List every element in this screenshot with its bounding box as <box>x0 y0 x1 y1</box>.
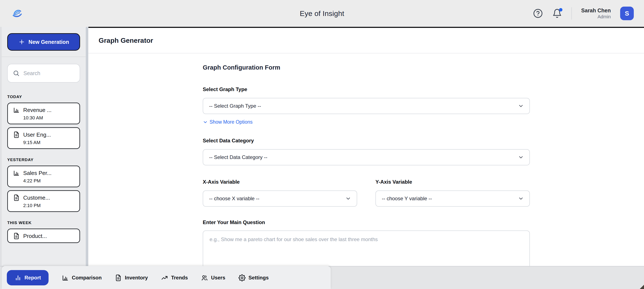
users-icon <box>201 274 208 281</box>
data-category-value: -- Select Data Category -- <box>209 154 267 160</box>
main-top-border <box>88 27 644 28</box>
file-text-icon <box>13 131 20 138</box>
history-item-time: 2:10 PM <box>23 203 75 208</box>
y-axis-select[interactable]: -- choose Y variable -- <box>376 191 530 207</box>
chevron-down-icon <box>203 120 208 125</box>
x-axis-column: X-Axis Variable -- choose X variable -- <box>203 179 357 207</box>
sidebar-divider <box>2 57 86 57</box>
file-text-icon <box>115 274 122 281</box>
bar-chart-icon <box>13 170 20 176</box>
file-text-icon <box>13 194 20 201</box>
data-category-select[interactable]: -- Select Data Category -- <box>203 149 530 165</box>
chevron-down-icon <box>518 154 524 160</box>
history-item-time: 9:15 AM <box>23 140 75 145</box>
search-box[interactable] <box>7 64 80 83</box>
help-icon[interactable] <box>533 8 543 18</box>
nav-label: Settings <box>248 275 269 281</box>
nav-item-inventory[interactable]: Inventory <box>115 274 148 281</box>
history-item-title: User Eng... <box>23 132 51 138</box>
user-block: Sarah Chen Admin <box>581 7 611 20</box>
nav-label: Comparison <box>72 275 102 281</box>
chevron-down-icon <box>518 196 524 202</box>
history-item-customer[interactable]: Custome... 2:10 PM <box>7 190 80 212</box>
show-more-options-label: Show More Options <box>210 119 252 125</box>
nav-item-report[interactable]: Report <box>7 270 48 286</box>
new-generation-label: New Generation <box>28 39 69 45</box>
x-axis-label: X-Axis Variable <box>203 179 357 185</box>
resize-grip[interactable] <box>640 285 644 289</box>
user-role: Admin <box>581 14 611 20</box>
nav-label: Trends <box>171 275 188 281</box>
chevron-down-icon <box>518 103 524 109</box>
search-icon <box>13 70 20 77</box>
x-axis-select[interactable]: -- choose X variable -- <box>203 191 357 207</box>
nav-item-users[interactable]: Users <box>201 274 225 281</box>
sidebar-scrollbar[interactable] <box>86 27 88 289</box>
axis-variables-row: X-Axis Variable -- choose X variable -- … <box>203 179 530 207</box>
notifications-bell-icon[interactable] <box>552 8 562 18</box>
main-question-label: Enter Your Main Question <box>203 219 530 225</box>
bar-chart-icon <box>62 274 69 281</box>
graph-configuration-form: Graph Configuration Form Select Graph Ty… <box>203 28 530 289</box>
notification-dot <box>559 8 562 11</box>
file-text-icon <box>13 233 20 239</box>
history-item-time: 10:30 AM <box>23 115 75 121</box>
header-actions: Sarah Chen Admin S <box>533 0 634 27</box>
settings-gear-icon <box>238 274 246 281</box>
sidebar: New Generation TODAY Revenue ... 10:30 A… <box>0 27 88 289</box>
nav-label: Report <box>24 275 41 281</box>
history-item-title: Product... <box>23 233 47 239</box>
bar-chart-icon <box>13 107 20 113</box>
history-item-user-engagement[interactable]: User Eng... 9:15 AM <box>7 127 80 149</box>
history-item-product[interactable]: Product... <box>7 229 80 243</box>
nav-item-settings[interactable]: Settings <box>238 274 269 281</box>
section-label-yesterday: YESTERDAY <box>7 157 80 162</box>
x-axis-value: -- choose X variable -- <box>209 196 260 202</box>
new-generation-button[interactable]: New Generation <box>7 33 80 51</box>
user-name: Sarah Chen <box>581 7 611 14</box>
search-input[interactable] <box>24 70 88 76</box>
sidebar-scrollbar-thumb[interactable] <box>86 27 88 289</box>
top-header: Eye of Insight Sarah Chen Admin S <box>0 0 644 27</box>
history-item-title: Custome... <box>23 195 50 201</box>
graph-type-select[interactable]: -- Select Graph Type -- <box>203 98 530 114</box>
history-item-revenue[interactable]: Revenue ... 10:30 AM <box>7 103 80 124</box>
history-item-title: Revenue ... <box>23 107 52 113</box>
y-axis-label: Y-Axis Variable <box>376 179 530 185</box>
bottom-nav-bar: Report Comparison Inventory Trends <box>2 266 331 289</box>
graph-type-value: -- Select Graph Type -- <box>209 103 261 109</box>
graph-type-label: Select Graph Type <box>203 86 530 92</box>
data-category-label: Select Data Category <box>203 138 530 144</box>
chevron-down-icon <box>345 196 351 202</box>
plus-icon <box>18 38 25 45</box>
nav-label: Inventory <box>125 275 148 281</box>
page-title: Graph Generator <box>98 37 153 44</box>
section-label-this-week: THIS WEEK <box>7 221 80 225</box>
bar-chart-icon <box>14 274 22 281</box>
trending-up-icon <box>161 274 168 281</box>
nav-item-comparison[interactable]: Comparison <box>62 274 102 281</box>
main-content: Graph Generator Graph Configuration Form… <box>88 28 644 289</box>
show-more-options-link[interactable]: Show More Options <box>203 119 252 125</box>
y-axis-column: Y-Axis Variable -- choose Y variable -- <box>376 179 530 207</box>
bottom-strip: Report Comparison Inventory Trends <box>0 266 644 289</box>
history-item-time: 4:22 PM <box>23 178 75 184</box>
avatar[interactable]: S <box>620 6 634 20</box>
history-item-title: Sales Per... <box>23 170 52 176</box>
section-label-today: TODAY <box>7 94 80 99</box>
y-axis-value: -- choose Y variable -- <box>382 196 432 202</box>
history-item-sales-performance[interactable]: Sales Per... 4:22 PM <box>7 166 80 187</box>
form-heading: Graph Configuration Form <box>203 64 530 71</box>
header-divider <box>572 7 572 19</box>
nav-label: Users <box>211 275 225 281</box>
sidebar-gutter <box>0 27 2 289</box>
sidebar-content: New Generation TODAY Revenue ... 10:30 A… <box>2 27 86 289</box>
nav-item-trends[interactable]: Trends <box>161 274 188 281</box>
